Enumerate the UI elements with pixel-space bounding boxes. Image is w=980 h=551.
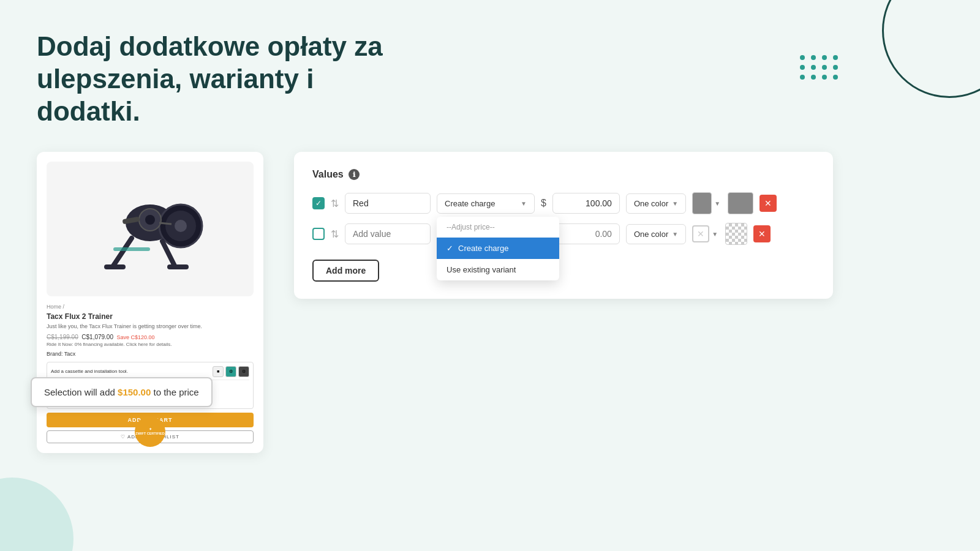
svg-rect-9 [167, 264, 189, 269]
dropdown-create-charge[interactable]: ✓ Create charge [437, 238, 559, 259]
option-buttons: ■ ⚙ ⚙ [213, 366, 249, 377]
product-pricing: C$1,199.00 C$1,079.00 Save C$120.00 [47, 334, 254, 340]
svg-line-6 [113, 238, 132, 266]
svg-rect-10 [113, 247, 150, 251]
product-financing: Ride It Now: 0% financing available. Cli… [47, 342, 254, 347]
svg-rect-8 [104, 264, 126, 269]
values-panel: Values ℹ ⇅ Create charge ▼ --Adjust pric… [294, 152, 833, 299]
row2-pattern-swatch[interactable] [725, 223, 747, 245]
product-image-area [47, 162, 254, 296]
row2-color-preview[interactable]: ✕ ▼ [692, 225, 719, 242]
opt-btn-3[interactable]: ⚙ [238, 366, 249, 377]
add-more-button[interactable]: Add more [312, 260, 379, 282]
row2-value-input[interactable] [345, 223, 431, 244]
opt-btn-1[interactable]: ■ [213, 366, 224, 377]
row1-charge-select[interactable]: Create charge ▼ --Adjust price-- ✓ Creat… [437, 193, 535, 214]
opt-btn-2[interactable]: ⚙ [225, 366, 236, 377]
product-breadcrumb: Home / [47, 304, 254, 310]
row2-remove-button[interactable]: ✕ [753, 225, 771, 242]
value-row-1: ⇅ Create charge ▼ --Adjust price-- ✓ Cre… [312, 192, 815, 214]
row1-checkbox[interactable] [312, 197, 325, 209]
row2-drag-handle[interactable]: ⇅ [331, 228, 339, 240]
zwift-badge: ✦ ZWIFT CERTIFIED [135, 416, 165, 447]
dropdown-menu: --Adjust price-- ✓ Create charge Use exi… [437, 217, 559, 280]
svg-point-3 [175, 220, 187, 232]
product-desc: Just like you, the Tacx Flux Trainer is … [47, 323, 254, 331]
headline: Dodaj dodatkowe opłaty za ulepszenia, wa… [37, 31, 417, 127]
row2-no-color-box: ✕ [692, 225, 709, 242]
row1-color-box [692, 192, 712, 214]
values-title: Values [312, 169, 344, 180]
svg-point-5 [145, 215, 155, 225]
row1-color-preview[interactable]: ▼ [692, 192, 722, 214]
product-brand: Brand: Tacx [47, 351, 254, 357]
dropdown-use-existing[interactable]: Use existing variant [437, 259, 559, 280]
trainer-svg [89, 174, 211, 284]
row2-checkbox[interactable] [312, 228, 325, 240]
values-header: Values ℹ [312, 169, 815, 180]
price-banner: Selection will add $150.00 to the price [31, 377, 213, 407]
dropdown-header: --Adjust price-- [437, 217, 559, 238]
row1-color-swatch[interactable] [728, 192, 753, 214]
row2-price-input[interactable] [552, 223, 620, 244]
option-label: Add a cassette and installation tool. [51, 369, 209, 374]
value-row-2: ⇅ ▼ $ One color ▼ ✕ ▼ [312, 223, 815, 245]
row1-color-select[interactable]: One color ▼ [626, 193, 686, 214]
row1-value-input[interactable] [345, 193, 431, 214]
row2-color-select[interactable]: One color ▼ [626, 224, 686, 244]
row1-remove-button[interactable]: ✕ [760, 195, 777, 212]
svg-line-11 [159, 223, 172, 224]
row1-drag-handle[interactable]: ⇅ [331, 198, 339, 209]
product-card: Home / Tacx Flux 2 Trainer Just like you… [37, 152, 263, 453]
row1-dollar: $ [541, 198, 546, 209]
product-title: Tacx Flux 2 Trainer [47, 312, 254, 321]
row1-price-input[interactable] [552, 193, 620, 214]
info-icon[interactable]: ℹ [349, 169, 360, 180]
